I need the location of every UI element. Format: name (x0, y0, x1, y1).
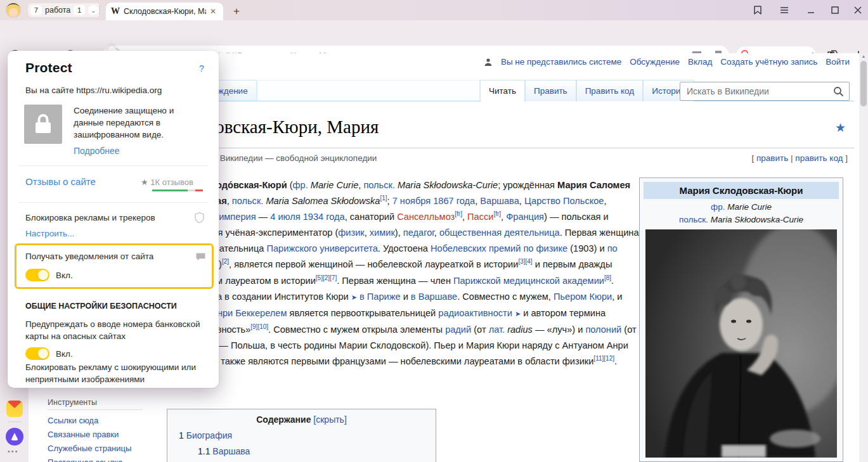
details-link[interactable]: Подробнее (74, 146, 120, 156)
protect-popup: Protect ? Вы на сайте https://ru.wikiped… (8, 51, 219, 388)
notifications-toggle-state: Вкл. (56, 271, 73, 280)
wiki-link[interactable]: физик (338, 228, 364, 238)
edit-link[interactable]: править код (795, 153, 843, 163)
wiki-link[interactable]: педагог (403, 228, 434, 238)
tab-Править код[interactable]: Править код (576, 80, 644, 101)
wiki-link[interactable]: общественная деятельница (439, 228, 560, 238)
scrollbar-up-icon[interactable]: ▲ (860, 54, 867, 58)
tab-Править[interactable]: Править (525, 80, 576, 101)
wiki-link[interactable]: фр. (293, 180, 308, 190)
reference-link[interactable]: [5][2][7] (316, 274, 337, 281)
reference-link[interactable]: [2] (222, 259, 229, 266)
personal-link[interactable]: Вклад (688, 57, 712, 67)
wiki-redlink[interactable]: Санселльмоз (397, 212, 455, 222)
wiki-link[interactable]: радиоактивности (438, 308, 512, 318)
wiki-link[interactable]: полоний (585, 324, 621, 335)
window-maximize-icon[interactable] (829, 4, 841, 16)
page-scrollbar[interactable] (859, 53, 868, 462)
wiki-link[interactable]: Нобелевских премий по физике (431, 243, 567, 253)
personal-link[interactable]: Вы не представились системе (501, 57, 621, 67)
wikipedia-favicon-icon: W (111, 6, 120, 16)
reference-link[interactable]: [1] (380, 195, 387, 202)
infobox-title: Мария Склодовская-Кюри (644, 182, 839, 199)
sidebar-tool-link[interactable]: Связанные правки (48, 430, 131, 439)
tab-group-chip[interactable]: 7 работа 1 ⌄ (28, 3, 101, 17)
scrollbar-thumb[interactable] (860, 61, 867, 106)
wiki-link[interactable]: Варшава (480, 196, 519, 206)
pl-lang-link[interactable]: польск. (679, 215, 708, 224)
wiki-link[interactable]: в Париже (360, 292, 401, 302)
portrait-photo[interactable] (645, 229, 837, 458)
wiki-link[interactable]: 1867 года (433, 196, 475, 206)
article-lead-paragraph: Мари́я Склодо́вская-Кюри́ (фр. Marie Cur… (167, 177, 639, 369)
lead-text: — «луч») и (533, 324, 585, 335)
card-warning-toggle[interactable] (25, 347, 49, 360)
reference-link[interactable]: [fr] (493, 210, 501, 217)
toc-hide-link[interactable]: [скрыть] (313, 414, 346, 425)
tab-group-chevron-icon[interactable]: ⌄ (88, 5, 98, 15)
window-minimize-icon[interactable] (805, 4, 817, 16)
wiki-redlink[interactable]: Пасси (467, 212, 493, 222)
yandex-mail-icon[interactable] (6, 401, 23, 417)
reference-link[interactable]: [3][4] (518, 259, 532, 266)
toolbar: Я https://ru.wikipedia.org/wiki/Склодовс… (0, 20, 868, 53)
browser-tab[interactable]: W Склодовская-Кюри, Ма ✕ (106, 3, 223, 20)
toc-link[interactable]: Варшава (212, 446, 250, 456)
tab-close-icon[interactable]: ✕ (210, 7, 216, 16)
browser-menu-icon[interactable] (779, 4, 790, 16)
toc-link[interactable]: Биография (186, 430, 232, 440)
wiki-link[interactable]: в Варшаве (411, 292, 457, 302)
profile-avatar[interactable] (6, 3, 21, 18)
reference-link[interactable]: [9][10] (250, 323, 268, 330)
window-close-icon[interactable] (852, 4, 864, 16)
tab-group-count: 7 (30, 5, 42, 15)
wiki-link[interactable]: лат. (489, 324, 505, 335)
toc-items: 1 Биография1.1 Варшава (175, 430, 428, 456)
wiki-link[interactable]: химик (370, 228, 395, 238)
notification-comment-icon (195, 252, 206, 262)
goto-arrow-icon[interactable]: ➤ (515, 310, 521, 318)
wiki-link[interactable]: 4 июля (270, 212, 300, 222)
goto-arrow-icon[interactable]: ➤ (351, 293, 357, 301)
strip-more-icon[interactable]: ••• (8, 447, 19, 455)
reference-link[interactable]: [11][12] (593, 355, 614, 362)
wiki-search-input[interactable] (685, 86, 833, 97)
protect-help-link[interactable]: ? (199, 63, 204, 74)
wiki-link[interactable]: Пьером Кюри (554, 292, 612, 302)
alice-assistant-icon[interactable] (6, 428, 23, 446)
wiki-link[interactable]: 7 ноября (392, 196, 431, 206)
wiki-link[interactable]: польск. (232, 196, 264, 206)
title-divider (162, 148, 854, 148)
wiki-link[interactable]: 1934 года (303, 212, 345, 222)
sidebar-tool-link[interactable]: Служебные страницы (48, 444, 131, 453)
wiki-link[interactable]: польск. (363, 180, 395, 190)
personal-link[interactable]: Обсуждение (630, 57, 680, 67)
search-icon[interactable] (833, 86, 844, 97)
wiki-link[interactable]: Царство Польское (524, 196, 604, 206)
fr-lang-link[interactable]: фр. (711, 202, 725, 212)
sidebar-tool-link[interactable]: Ссылки сюда (48, 416, 131, 425)
reference-link[interactable]: [8] (604, 274, 611, 281)
personal-link[interactable]: Войти (826, 57, 850, 67)
lock-icon (34, 113, 53, 135)
watchlist-star-icon[interactable]: ★ (835, 120, 846, 135)
tab-Читать[interactable]: Читать (480, 80, 525, 102)
wiki-search-box[interactable] (680, 82, 850, 101)
wiki-link[interactable]: Парижского университета (267, 243, 378, 253)
lead-text: , (365, 228, 370, 238)
notifications-toggle[interactable] (25, 269, 49, 281)
new-tab-button[interactable]: + (230, 4, 243, 18)
reference-link[interactable]: [fr] (455, 210, 462, 217)
wiki-link[interactable]: Франция (506, 212, 544, 222)
wiki-link[interactable]: Парижской медицинской академии (453, 276, 604, 286)
personal-link[interactable]: Создать учётную запись (720, 57, 817, 67)
wiki-link[interactable]: радий (445, 324, 471, 335)
edit-link[interactable]: править (756, 153, 788, 163)
bookmarks-panel-icon[interactable] (752, 4, 763, 16)
toc-item: 1 Биография (179, 430, 428, 440)
site-reviews-link[interactable]: Отзывы о сайте (25, 176, 96, 187)
lead-text: (1903) и (567, 243, 607, 253)
browser-window: 7 работа 1 ⌄ W Склодовская-Кюри, Ма ✕ + … (0, 0, 868, 462)
sidebar-tool-link[interactable]: Постоянная ссылка (48, 458, 131, 462)
configure-link[interactable]: Настроить... (25, 229, 74, 238)
